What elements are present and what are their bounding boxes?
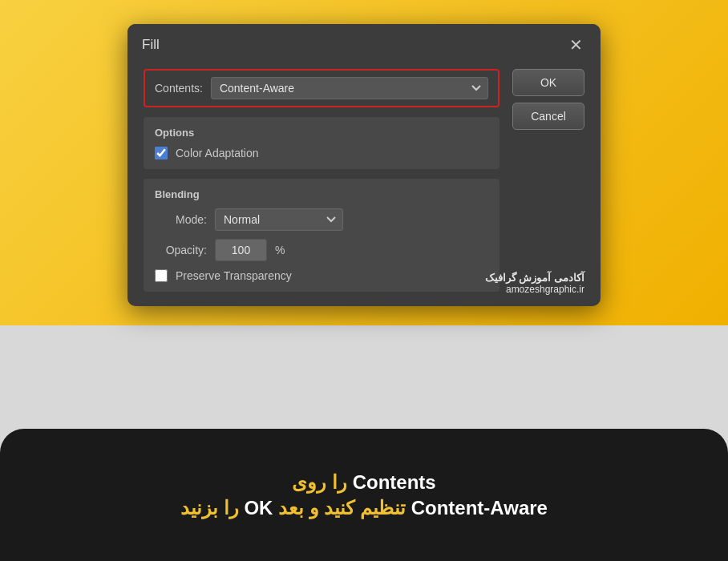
dialog-title: Fill bbox=[142, 37, 160, 53]
ok-button[interactable]: OK bbox=[512, 69, 584, 96]
color-adaptation-row: Color Adaptation bbox=[155, 147, 488, 159]
banner-ok-text: OK bbox=[244, 497, 273, 519]
blending-title: Blending bbox=[155, 188, 488, 200]
opacity-label: Opacity: bbox=[155, 244, 207, 256]
watermark-persian: آکادمی آموزش گرافیک bbox=[485, 272, 584, 284]
dialog-wrapper: Fill ✕ Contents: Content-Aware Foregroun… bbox=[127, 24, 601, 306]
blending-section: Blending Mode: Normal Dissolve Multiply … bbox=[144, 179, 499, 292]
watermark-url: amozeshgraphic.ir bbox=[485, 284, 584, 295]
preserve-transparency-checkbox[interactable] bbox=[155, 269, 168, 282]
mode-select[interactable]: Normal Dissolve Multiply Screen Overlay bbox=[215, 208, 343, 231]
mode-label: Mode: bbox=[155, 213, 207, 226]
percent-label: % bbox=[275, 244, 285, 256]
opacity-row: Opacity: % bbox=[155, 239, 488, 261]
watermark: آکادمی آموزش گرافیک amozeshgraphic.ir bbox=[485, 272, 584, 295]
bottom-banner: Contents را روی Content-Aware تنظیم کنید… bbox=[0, 429, 728, 561]
contents-row: Contents: Content-Aware Foreground Color… bbox=[144, 69, 499, 107]
close-button[interactable]: ✕ bbox=[566, 35, 586, 54]
cancel-button[interactable]: Cancel bbox=[512, 103, 584, 130]
contents-select[interactable]: Content-Aware Foreground Color Backgroun… bbox=[211, 77, 488, 99]
banner-line2: Content-Aware تنظیم کنید و بعد OK را بزن… bbox=[180, 497, 548, 519]
options-section: Options Color Adaptation bbox=[144, 117, 499, 169]
banner-content-aware-text: Content-Aware bbox=[411, 497, 548, 519]
banner-line1: Contents را روی bbox=[292, 471, 435, 494]
contents-label: Contents: bbox=[155, 82, 203, 95]
dialog-body: Contents: Content-Aware Foreground Color… bbox=[127, 61, 601, 306]
mode-row: Mode: Normal Dissolve Multiply Screen Ov… bbox=[155, 208, 488, 231]
color-adaptation-checkbox[interactable] bbox=[155, 147, 168, 159]
dialog-main: Contents: Content-Aware Foreground Color… bbox=[144, 69, 499, 292]
options-title: Options bbox=[155, 127, 488, 139]
color-adaptation-label: Color Adaptation bbox=[176, 147, 259, 159]
banner-line2-end: را بزنید bbox=[180, 497, 239, 519]
preserve-transparency-row: Preserve Transparency bbox=[155, 269, 488, 282]
preserve-transparency-label: Preserve Transparency bbox=[176, 269, 292, 282]
banner-line1-text: را روی bbox=[292, 471, 347, 493]
title-bar: Fill ✕ bbox=[127, 24, 601, 61]
banner-line2-text: تنظیم کنید و بعد bbox=[273, 497, 406, 519]
dialog-buttons: OK Cancel آکادمی آموزش گرافیک amozeshgra… bbox=[512, 69, 584, 130]
fill-dialog: Fill ✕ Contents: Content-Aware Foregroun… bbox=[127, 24, 601, 306]
opacity-input[interactable] bbox=[215, 239, 267, 261]
banner-contents-text: Contents bbox=[353, 471, 436, 493]
